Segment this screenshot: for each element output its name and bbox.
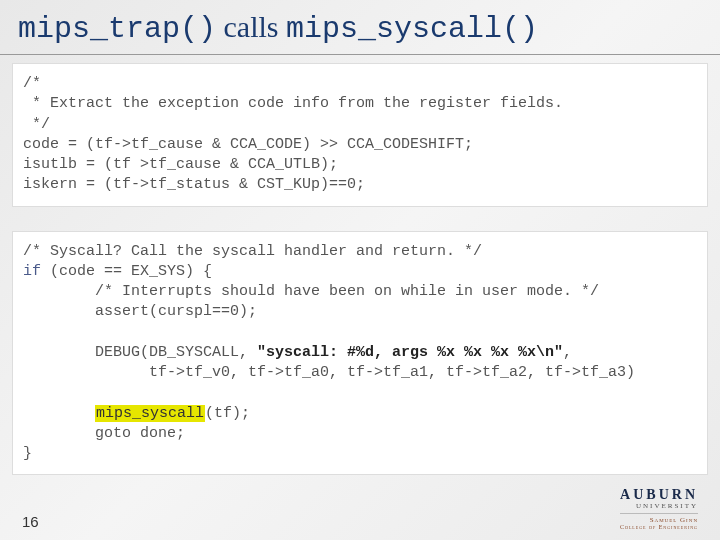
code-line: /* Syscall? Call the syscall handler and… <box>23 243 482 260</box>
logo-sub2: Samuel Ginn <box>620 513 698 524</box>
code-line: * Extract the exception code info from t… <box>23 95 563 112</box>
title-text: calls <box>216 10 286 43</box>
code-block-extract: /* * Extract the exception code info fro… <box>12 63 708 207</box>
code-line: (tf); <box>205 405 250 422</box>
keyword-if: if <box>23 263 41 280</box>
code-line: goto done; <box>23 425 185 442</box>
code-line: /* Interrupts should have been on while … <box>23 283 599 300</box>
code-line: assert(curspl==0); <box>23 303 257 320</box>
slide-title: mips_trap() calls mips_syscall() <box>0 0 720 55</box>
footer: 16 AUBURN UNIVERSITY Samuel Ginn College… <box>0 487 720 530</box>
logo-sub1: UNIVERSITY <box>620 502 698 510</box>
code-line: tf->tf_v0, tf->tf_a0, tf->tf_a1, tf->tf_… <box>23 364 635 381</box>
code-block-syscall: /* Syscall? Call the syscall handler and… <box>12 231 708 476</box>
title-code-1: mips_trap() <box>18 12 216 46</box>
university-logo: AUBURN UNIVERSITY Samuel Ginn College of… <box>620 487 698 530</box>
code-line: DEBUG(DB_SYSCALL, <box>23 344 257 361</box>
code-line: , <box>563 344 572 361</box>
code-line: iskern = (tf->tf_status & CST_KUp)==0; <box>23 176 365 193</box>
code-line: } <box>23 445 32 462</box>
highlighted-call: mips_syscall <box>95 405 205 422</box>
string-literal: "syscall: #%d, args %x %x %x %x\n" <box>257 344 563 361</box>
code-line: isutlb = (tf >tf_cause & CCA_UTLB); <box>23 156 338 173</box>
code-line: */ <box>23 116 50 133</box>
logo-main: AUBURN <box>620 487 698 503</box>
code-line: code = (tf->tf_cause & CCA_CODE) >> CCA_… <box>23 136 473 153</box>
code-line: (code == EX_SYS) { <box>41 263 212 280</box>
title-code-2: mips_syscall() <box>286 12 538 46</box>
page-number: 16 <box>22 513 39 530</box>
code-line: /* <box>23 75 41 92</box>
logo-sub3: College of Engineering <box>620 524 698 530</box>
